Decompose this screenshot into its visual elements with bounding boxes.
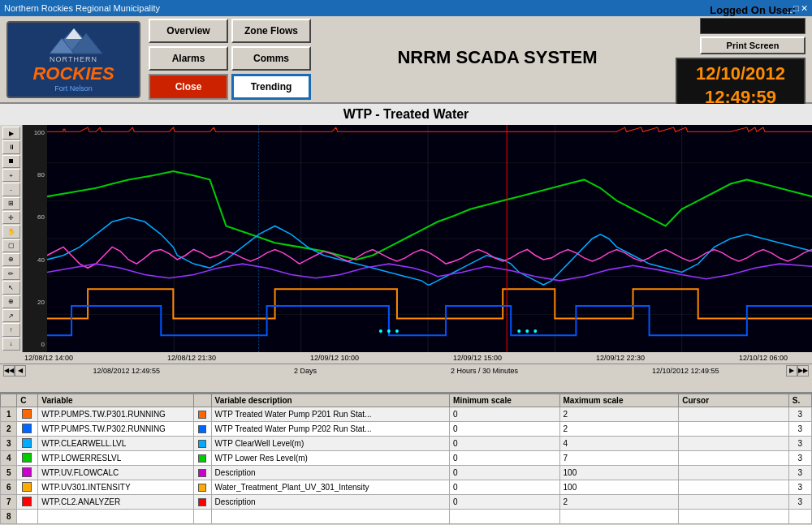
stop-button[interactable]: ⏹ bbox=[2, 155, 20, 168]
line-button[interactable]: ↗ bbox=[2, 309, 20, 322]
color-button-5[interactable] bbox=[198, 469, 206, 477]
row-colorindicator-2 bbox=[17, 421, 38, 436]
logo-northern: NORTHERN bbox=[50, 55, 97, 63]
zoom-out-button[interactable]: - bbox=[2, 183, 20, 196]
crosshair-button[interactable]: ⊕ bbox=[2, 295, 20, 308]
timeline-last-button[interactable]: ▶▶ bbox=[797, 365, 809, 377]
row-description-1: WTP Treated Water Pump P201 Run Stat... bbox=[211, 407, 449, 421]
user-field bbox=[700, 18, 806, 34]
row-colorindicator-8 bbox=[17, 509, 38, 523]
row-max-3: 4 bbox=[559, 436, 679, 450]
data-table: C Variable Variable description Minimum … bbox=[0, 394, 812, 524]
row-max-6: 100 bbox=[559, 480, 679, 494]
svg-point-24 bbox=[533, 329, 537, 333]
row-num-4: 4 bbox=[1, 450, 17, 465]
row-colorindicator-1 bbox=[17, 407, 38, 421]
row-variable-8 bbox=[38, 509, 194, 523]
color-button-6[interactable] bbox=[198, 484, 206, 492]
zoom-in-button[interactable]: + bbox=[2, 169, 20, 182]
row-min-7: 0 bbox=[450, 494, 559, 509]
trending-button[interactable]: Trending bbox=[231, 74, 311, 100]
row-colorbtn-5[interactable] bbox=[194, 465, 211, 480]
row-cursor-3 bbox=[679, 436, 788, 450]
data-table-section: C Variable Variable description Minimum … bbox=[0, 392, 812, 525]
color-button-7[interactable] bbox=[198, 498, 206, 506]
svg-marker-3 bbox=[66, 28, 82, 39]
table-row: 2 WTP.PUMPS.TW.P302.RUNNING WTP Treated … bbox=[1, 421, 812, 436]
close-button[interactable]: Close bbox=[149, 74, 228, 100]
row-min-2: 0 bbox=[450, 421, 559, 436]
row-max-4: 7 bbox=[559, 450, 679, 465]
row-colorbtn-7[interactable] bbox=[194, 494, 211, 509]
timeline-range: 2 Hours / 30 Minutes bbox=[451, 367, 518, 375]
chart-toolbar: ▶ ⏸ ⏹ + - ⊞ ✛ ✋ ▢ ⊕ ✏ ↖ ⊕ ↗ ↑ ↓ bbox=[0, 125, 23, 352]
row-colorbtn-1[interactable] bbox=[194, 407, 211, 421]
color-button-2[interactable] bbox=[198, 425, 206, 433]
col-maxscale: Maximum scale bbox=[559, 394, 679, 407]
timeline-label-6: 12/10/12 06:00 bbox=[739, 354, 788, 362]
title-section: NRRM SCADA SYSTEM bbox=[319, 47, 676, 71]
table-row: 8 bbox=[1, 509, 812, 523]
row-num-6: 6 bbox=[1, 480, 17, 494]
select-button[interactable]: ▢ bbox=[2, 239, 20, 252]
overview-button[interactable]: Overview bbox=[149, 19, 228, 43]
timeline-label-3: 12/09/12 10:00 bbox=[310, 354, 359, 362]
play-button[interactable]: ▶ bbox=[2, 127, 20, 140]
row-colorbtn-8[interactable] bbox=[194, 509, 211, 523]
print-screen-button[interactable]: Print Screen bbox=[700, 37, 806, 54]
comms-button[interactable]: Comms bbox=[231, 46, 311, 71]
up-button[interactable]: ↑ bbox=[2, 323, 20, 336]
timeline-end-label: 12/10/2012 12:49:55 bbox=[652, 367, 719, 375]
svg-point-19 bbox=[379, 329, 382, 333]
row-colorbtn-4[interactable] bbox=[194, 450, 211, 465]
row-colorbtn-6[interactable] bbox=[194, 480, 211, 494]
color-button-3[interactable] bbox=[198, 440, 206, 448]
pan-button[interactable]: ✋ bbox=[2, 225, 20, 238]
table-scroll[interactable]: C Variable Variable description Minimum … bbox=[0, 394, 812, 525]
logo: NORTHERN ROCKIES Fort Nelson bbox=[6, 21, 140, 98]
timeline-next-button[interactable]: ▶ bbox=[786, 365, 797, 377]
row-min-3: 0 bbox=[450, 436, 559, 450]
pen-button[interactable]: ✏ bbox=[2, 267, 20, 280]
logo-rockies: ROCKIES bbox=[32, 63, 114, 84]
row-s-7: 3 bbox=[788, 494, 811, 509]
chart-title: WTP - Treated Water bbox=[0, 104, 812, 125]
table-body: 1 WTP.PUMPS.TW.P301.RUNNING WTP Treated … bbox=[1, 407, 812, 523]
row-colorbtn-3[interactable] bbox=[194, 436, 211, 450]
timeline-duration: 2 Days bbox=[294, 367, 317, 375]
table-row: 5 WTP.UV.FLOWCALC Description 0 100 3 bbox=[1, 465, 812, 480]
row-max-5: 100 bbox=[559, 465, 679, 480]
chart-canvas[interactable] bbox=[47, 125, 812, 352]
zoom-fit-button[interactable]: ⊞ bbox=[2, 197, 20, 210]
row-variable-7: WTP.CL2.ANALYZER bbox=[38, 494, 194, 509]
down-button[interactable]: ↓ bbox=[2, 338, 20, 351]
arrow-button[interactable]: ↖ bbox=[2, 281, 20, 294]
magnify-button[interactable]: ⊕ bbox=[2, 253, 20, 266]
col-rownum bbox=[1, 394, 17, 407]
zone-flows-button[interactable]: Zone Flows bbox=[231, 19, 311, 43]
color-button-4[interactable] bbox=[198, 454, 206, 463]
cursor-button[interactable]: ✛ bbox=[2, 211, 20, 224]
row-description-2: WTP Treated Water Pump P202 Run Stat... bbox=[211, 421, 449, 436]
color-button-1[interactable] bbox=[198, 411, 206, 419]
row-num-2: 2 bbox=[1, 421, 17, 436]
pause-button[interactable]: ⏸ bbox=[2, 140, 20, 153]
timeline-label-1: 12/08/12 14:00 bbox=[24, 354, 73, 362]
table-row: 4 WTP.LOWERRESLVL WTP Lower Res Level(m)… bbox=[1, 450, 812, 465]
row-description-5: Description bbox=[211, 465, 449, 480]
timeline-prev-button[interactable]: ◀ bbox=[15, 365, 26, 377]
row-min-4: 0 bbox=[450, 450, 559, 465]
nav-buttons: Overview Zone Flows Alarms Comms Close T… bbox=[149, 19, 311, 100]
row-min-5: 0 bbox=[450, 465, 559, 480]
row-s-8 bbox=[788, 509, 811, 523]
table-row: 3 WTP.CLEARWELL.LVL WTP ClearWell Level(… bbox=[1, 436, 812, 450]
row-s-5: 3 bbox=[788, 465, 811, 480]
timeline-first-button[interactable]: ◀◀ bbox=[3, 365, 15, 377]
chart-y-axis: 100 80 60 40 20 0 bbox=[23, 125, 47, 352]
right-section: Logged On User: Print Screen 12/10/2012 … bbox=[676, 4, 806, 114]
alarms-button[interactable]: Alarms bbox=[149, 46, 228, 71]
row-colorbtn-2[interactable] bbox=[194, 421, 211, 436]
timeline-label-4: 12/09/12 15:00 bbox=[453, 354, 502, 362]
timeline-area: 12/08/12 14:00 12/08/12 21:30 12/09/12 1… bbox=[0, 352, 812, 392]
row-variable-3: WTP.CLEARWELL.LVL bbox=[38, 436, 194, 450]
